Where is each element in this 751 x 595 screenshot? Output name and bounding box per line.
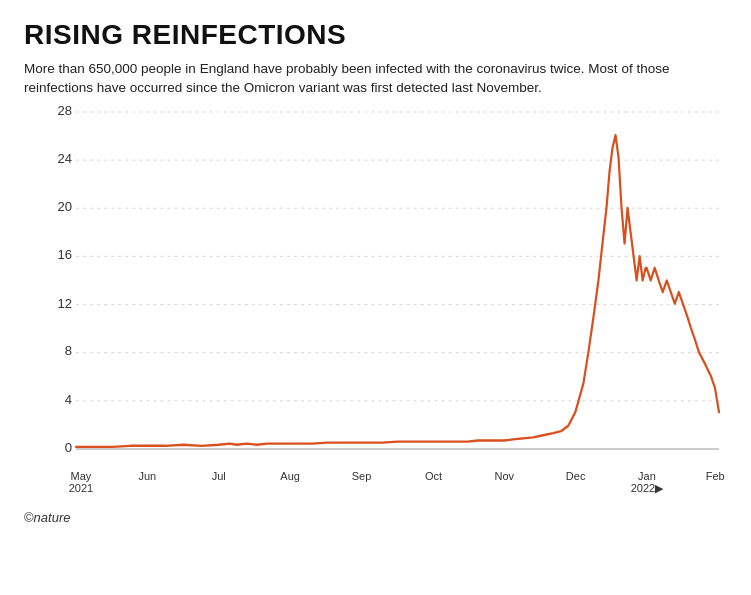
svg-text:0: 0	[65, 440, 72, 455]
chart-svg: 0 4 8 12 16 20 24 28	[76, 112, 719, 470]
svg-text:20: 20	[57, 199, 72, 214]
chart-inner: 0 4 8 12 16 20 24 28	[76, 112, 719, 470]
svg-text:4: 4	[65, 391, 73, 406]
svg-text:24: 24	[57, 150, 72, 165]
x-label-jul: Jul	[212, 470, 226, 482]
x-label-dec: Dec	[566, 470, 586, 482]
svg-text:28: 28	[57, 103, 72, 118]
svg-text:8: 8	[65, 343, 72, 358]
subtitle: More than 650,000 people in England have…	[24, 59, 704, 98]
x-label-aug: Aug	[280, 470, 300, 482]
x-label-jan: Jan2022▶	[631, 470, 663, 495]
x-label-oct: Oct	[425, 470, 442, 482]
copyright-symbol: ©	[24, 510, 34, 525]
x-label-sep: Sep	[352, 470, 372, 482]
chart-area: SARS-CoV-2 reinfections (thousands) 0 4 …	[24, 112, 727, 502]
nature-logo: ©nature	[24, 510, 727, 525]
svg-text:12: 12	[57, 295, 72, 310]
x-label-nov: Nov	[494, 470, 514, 482]
x-label-may: May2021	[69, 470, 93, 494]
page-title: RISING REINFECTIONS	[24, 20, 727, 51]
x-axis-labels: May2021 Jun Jul Aug Sep Oct Nov Dec Jan2…	[76, 470, 719, 502]
x-label-feb: Feb	[706, 470, 725, 482]
data-line	[76, 135, 719, 447]
nature-text: nature	[34, 510, 71, 525]
svg-text:16: 16	[57, 247, 72, 262]
x-label-jun: Jun	[138, 470, 156, 482]
